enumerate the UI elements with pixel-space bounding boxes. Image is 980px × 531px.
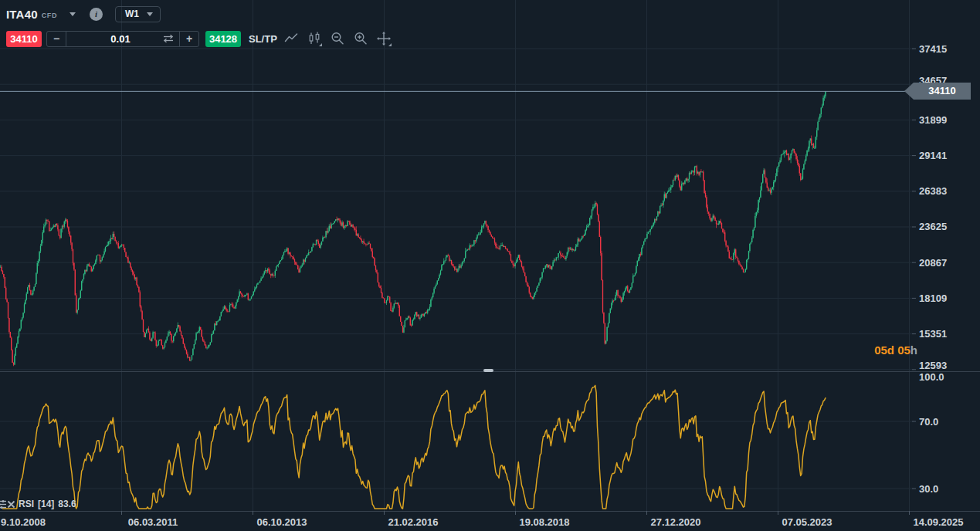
price-axis-label: 26383 [919,185,947,197]
indicator-value: 83.6 [58,499,76,509]
chevron-down-icon [147,12,153,16]
price-axis-label: 18109 [919,293,947,304]
pan-icon[interactable] [375,29,393,48]
order-toolbar: 34110 − 0.01 + 34128 SL/TP [6,30,393,47]
time-axis-label: 19.08.2018 [519,516,569,528]
symbol-toolbar: ITA40 CFD i W1 [6,5,161,23]
countdown-suffix: h [910,343,917,357]
time-axis-label: 07.05.2023 [782,516,832,528]
countdown-value: 05d 05 [874,343,910,357]
rsi-scale-label: 100.0 [919,371,944,383]
time-axis-label: 9.10.2008 [1,516,46,528]
candle-countdown: 05d 05h [874,343,917,357]
timeframe-value: W1 [125,8,139,19]
dropdown-corner-icon [319,43,322,46]
time-axis-label: 14.09.2025 [913,516,963,528]
price-axis-label: 12593 [919,360,947,371]
buy-price-button[interactable]: 34128 [205,31,241,47]
chevron-down-icon [70,12,76,16]
time-axis-label: 27.12.2020 [650,516,700,528]
dropdown-corner-icon [388,43,392,46]
current-price-tag: 34110 [904,83,971,100]
quantity-stepper: − 0.01 + [46,31,199,47]
rsi-scale-label: 30.0 [919,483,938,495]
zoom-in-icon[interactable] [351,29,370,48]
indicator-settings-icon[interactable] [0,499,7,510]
price-axis-label: 29141 [919,150,947,161]
line-chart-icon[interactable] [282,29,300,48]
quantity-value[interactable]: 0.01 [66,32,158,46]
timeframe-select[interactable]: W1 [115,6,161,22]
price-axis-label: 15351 [919,328,947,340]
chart-canvas[interactable] [0,0,980,531]
indicator-period: [14] [38,499,54,509]
time-axis-label: 06.03.2011 [128,516,178,528]
quantity-increase-button[interactable]: + [179,32,198,46]
indicator-remove-icon[interactable] [7,500,15,509]
time-axis-label: 06.10.2013 [256,516,307,528]
trading-chart-window: ITA40 CFD i W1 34110 − 0.01 + 341 [0,0,980,531]
indicator-name: RSI [19,499,34,509]
price-axis-label: 23625 [919,221,947,232]
indicator-legend: RSI [14] 83.6 [0,497,76,511]
pane-resize-handle[interactable] [483,369,493,372]
zoom-out-icon[interactable] [328,29,347,48]
symbol-selector[interactable]: ITA40 CFD [6,8,76,21]
quantity-decrease-button[interactable]: − [47,32,66,46]
info-icon[interactable]: i [90,8,103,21]
refresh-icon[interactable] [158,32,179,46]
sl-tp-button[interactable]: SL/TP [249,33,277,45]
symbol-title: ITA40 [6,8,38,21]
price-axis-label: 37415 [919,43,947,55]
price-axis-label: 20867 [919,257,947,269]
indicator-label: RSI [14] 83.6 [19,499,76,509]
instrument-type-label: CFD [42,9,57,19]
candlestick-icon[interactable] [305,29,324,48]
time-axis-label: 21.02.2016 [388,516,438,528]
price-axis-label: 31899 [919,114,947,126]
sell-price-button[interactable]: 34110 [6,31,42,47]
rsi-scale-label: 70.0 [919,416,938,428]
